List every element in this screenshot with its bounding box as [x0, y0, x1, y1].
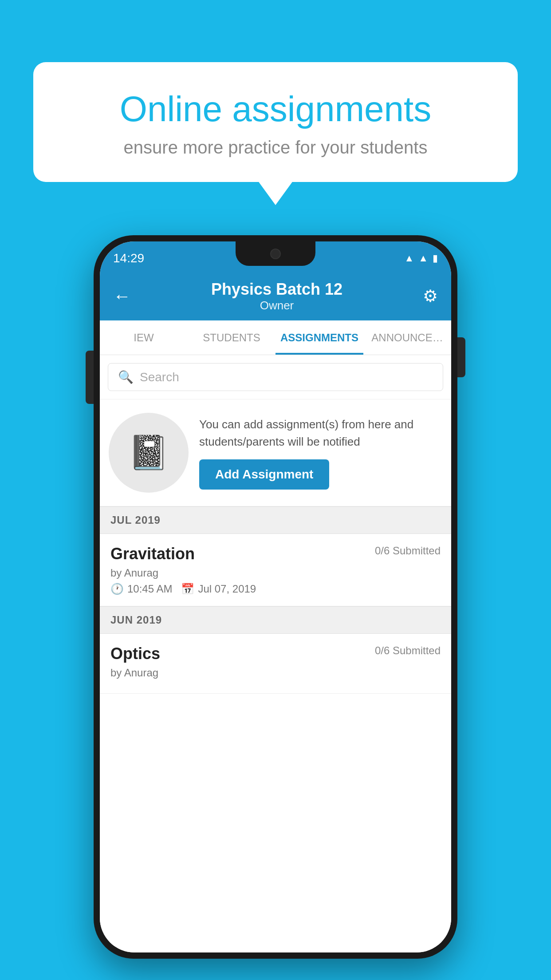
tabs-bar: IEW STUDENTS ASSIGNMENTS ANNOUNCE… [100, 320, 451, 355]
scroll-area[interactable]: 🔍 Search 📓 You can add assignment(s) fro… [100, 355, 451, 952]
signal-icon: ▲ [418, 253, 428, 264]
app-bar-subtitle: Owner [211, 299, 342, 312]
phone-wrapper: 14:29 ▲ ▲ ▮ ← Physics Batch 12 Owner ⚙ [94, 235, 457, 959]
phone-screen: 14:29 ▲ ▲ ▮ ← Physics Batch 12 Owner ⚙ [100, 241, 451, 952]
battery-icon: ▮ [433, 253, 438, 264]
camera [270, 249, 281, 259]
assignment-row1: Gravitation 0/6 Submitted [110, 545, 441, 563]
section-header-jul2019: JUL 2019 [100, 506, 451, 534]
assignment-icon-circle: 📓 [109, 413, 189, 493]
section-header-jun2019: JUN 2019 [100, 606, 451, 634]
search-icon: 🔍 [118, 370, 134, 384]
assignment-author-gravitation: by Anurag [110, 567, 441, 579]
notebook-icon: 📓 [128, 433, 169, 472]
assignment-author-optics: by Anurag [110, 667, 441, 679]
tab-assignments-label: ASSIGNMENTS [280, 332, 358, 344]
speech-bubble: Online assignments ensure more practice … [33, 62, 518, 182]
assignment-item-optics[interactable]: Optics 0/6 Submitted by Anurag [100, 634, 451, 694]
calendar-icon: 📅 [181, 583, 194, 595]
settings-button[interactable]: ⚙ [423, 286, 438, 306]
search-placeholder: Search [140, 370, 179, 384]
bubble-title: Online assignments [64, 89, 487, 130]
empty-state-description: You can add assignment(s) from here and … [199, 416, 442, 450]
tab-iew-label: IEW [134, 332, 153, 344]
empty-state-text: You can add assignment(s) from here and … [199, 416, 442, 490]
assignment-meta-gravitation: 🕐 10:45 AM 📅 Jul 07, 2019 [110, 583, 441, 595]
phone-outer: 14:29 ▲ ▲ ▮ ← Physics Batch 12 Owner ⚙ [94, 235, 457, 959]
tab-announcements[interactable]: ANNOUNCE… [363, 320, 451, 355]
tab-announcements-label: ANNOUNCE… [371, 332, 443, 344]
assignment-name-optics: Optics [110, 644, 160, 663]
add-assignment-button[interactable]: Add Assignment [199, 459, 329, 490]
back-button[interactable]: ← [113, 286, 131, 306]
app-bar-center: Physics Batch 12 Owner [211, 280, 342, 312]
assignment-name-gravitation: Gravitation [110, 545, 195, 563]
tab-iew[interactable]: IEW [100, 320, 188, 355]
status-time: 14:29 [113, 248, 144, 265]
assignment-time-gravitation: 🕐 10:45 AM [110, 583, 172, 595]
assignment-date-gravitation: 📅 Jul 07, 2019 [181, 583, 256, 595]
assignment-row1-optics: Optics 0/6 Submitted [110, 644, 441, 663]
app-bar: ← Physics Batch 12 Owner ⚙ [100, 272, 451, 320]
empty-state: 📓 You can add assignment(s) from here an… [100, 399, 451, 506]
clock-icon: 🕐 [110, 583, 124, 595]
tab-assignments[interactable]: ASSIGNMENTS [276, 320, 363, 355]
phone-notch [236, 241, 315, 266]
search-bar[interactable]: 🔍 Search [108, 363, 443, 391]
tab-students[interactable]: STUDENTS [188, 320, 276, 355]
assignment-item-gravitation[interactable]: Gravitation 0/6 Submitted by Anurag 🕐 10… [100, 534, 451, 606]
assignment-submitted-optics: 0/6 Submitted [375, 644, 441, 657]
wifi-icon: ▲ [404, 253, 414, 264]
app-bar-title: Physics Batch 12 [211, 280, 342, 299]
tab-students-label: STUDENTS [203, 332, 260, 344]
search-container: 🔍 Search [100, 355, 451, 399]
assignment-submitted-gravitation: 0/6 Submitted [375, 545, 441, 557]
bubble-subtitle: ensure more practice for your students [64, 138, 487, 158]
status-icons: ▲ ▲ ▮ [404, 249, 438, 264]
speech-bubble-container: Online assignments ensure more practice … [33, 62, 518, 182]
